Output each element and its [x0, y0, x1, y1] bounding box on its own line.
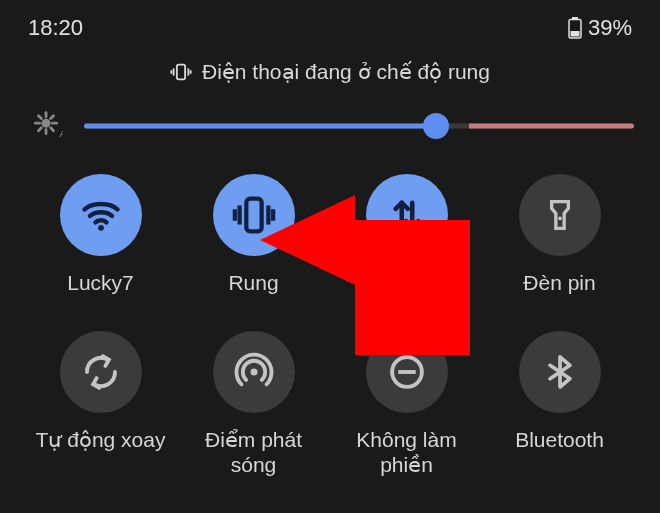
tile-auto-rotate-button[interactable] — [60, 331, 142, 413]
svg-text:A: A — [59, 128, 63, 139]
tile-vibrate[interactable]: Rung — [177, 174, 330, 295]
tile-hotspot-button[interactable] — [213, 331, 295, 413]
svg-line-11 — [51, 116, 54, 119]
battery-percent: 39% — [588, 15, 632, 41]
brightness-slider[interactable] — [84, 113, 634, 139]
svg-line-12 — [38, 128, 41, 131]
vibrate-icon — [170, 61, 192, 83]
tile-flashlight-button[interactable] — [519, 174, 601, 256]
tile-auto-rotate[interactable]: Tự động xoay — [24, 331, 177, 477]
brightness-slider-fill — [84, 124, 436, 129]
tile-mobile-data-label: di động — [371, 270, 441, 295]
tile-wifi-button[interactable] — [60, 174, 142, 256]
status-banner-text: Điện thoại đang ở chế độ rung — [202, 60, 490, 84]
tile-hotspot[interactable]: Điểm phát sóng — [177, 331, 330, 477]
hotspot-icon — [233, 351, 275, 393]
tile-hotspot-label: Điểm phát sóng — [205, 427, 302, 477]
auto-brightness-icon[interactable]: A — [26, 106, 66, 146]
tile-dnd[interactable]: Không làm phiền — [330, 331, 483, 477]
tile-bluetooth-button[interactable] — [519, 331, 601, 413]
vibrate-icon — [231, 192, 277, 238]
flashlight-icon — [540, 195, 580, 235]
brightness-slider-thumb[interactable] — [423, 113, 449, 139]
svg-point-4 — [41, 119, 50, 128]
tile-dnd-label: Không làm phiền — [356, 427, 456, 477]
battery-icon — [568, 17, 582, 39]
status-bar: 18:20 39% — [0, 0, 660, 42]
data-transfer-icon — [386, 194, 428, 236]
svg-line-10 — [51, 128, 54, 131]
svg-rect-2 — [570, 31, 579, 37]
tile-bluetooth[interactable]: Bluetooth — [483, 331, 636, 477]
tile-wifi[interactable]: Lucky7 — [24, 174, 177, 295]
svg-line-9 — [38, 116, 41, 119]
bluetooth-icon — [540, 352, 580, 392]
svg-point-17 — [250, 369, 257, 376]
tile-mobile-data-button[interactable] — [366, 174, 448, 256]
tile-vibrate-button[interactable] — [213, 174, 295, 256]
tile-dnd-button[interactable] — [366, 331, 448, 413]
status-banner: Điện thoại đang ở chế độ rung — [0, 56, 660, 88]
tile-bluetooth-label: Bluetooth — [515, 427, 604, 452]
status-battery: 39% — [568, 15, 632, 41]
quick-settings-grid: Lucky7 Rung di động Đèn pin — [0, 174, 660, 478]
svg-rect-15 — [246, 199, 261, 232]
svg-rect-3 — [177, 65, 185, 80]
status-time: 18:20 — [28, 15, 83, 41]
tile-mobile-data[interactable]: di động — [330, 174, 483, 295]
tile-auto-rotate-label: Tự động xoay — [36, 427, 166, 452]
dnd-icon — [386, 351, 428, 393]
tile-vibrate-label: Rung — [228, 270, 278, 295]
tile-flashlight[interactable]: Đèn pin — [483, 174, 636, 295]
tile-flashlight-label: Đèn pin — [523, 270, 595, 295]
brightness-row: A — [0, 106, 660, 146]
tile-wifi-label: Lucky7 — [67, 270, 134, 295]
svg-point-14 — [98, 225, 104, 231]
wifi-icon — [79, 193, 123, 237]
auto-rotate-icon — [80, 351, 122, 393]
